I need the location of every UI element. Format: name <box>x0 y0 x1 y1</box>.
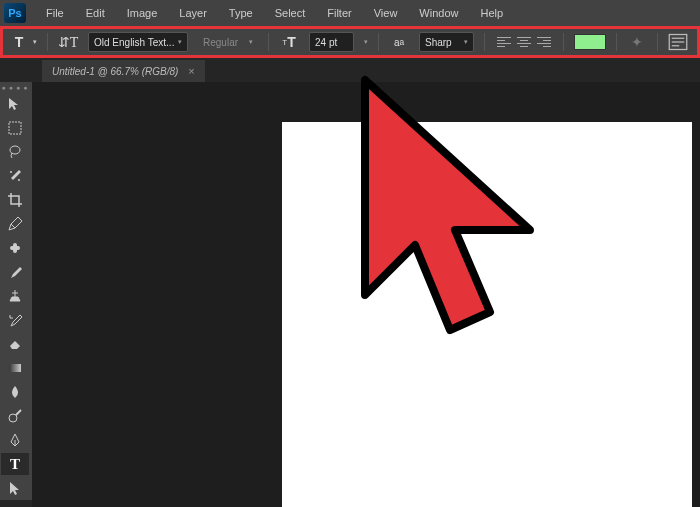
close-tab-icon[interactable]: × <box>188 65 194 77</box>
anti-alias-value: Sharp <box>425 37 452 48</box>
brush-tool[interactable] <box>1 261 29 283</box>
menu-edit[interactable]: Edit <box>76 3 115 23</box>
path-selection-tool[interactable] <box>1 477 29 499</box>
clone-stamp-tool[interactable] <box>1 285 29 307</box>
move-tool[interactable] <box>1 93 29 115</box>
separator <box>563 33 564 51</box>
marquee-tool[interactable] <box>1 117 29 139</box>
menu-file[interactable]: File <box>36 3 74 23</box>
svg-rect-4 <box>9 122 21 134</box>
separator <box>616 33 617 51</box>
type-tool[interactable]: T <box>1 453 29 475</box>
gradient-tool[interactable] <box>1 357 29 379</box>
align-left-button[interactable] <box>495 33 513 51</box>
align-center-button[interactable] <box>515 33 533 51</box>
blur-tool[interactable] <box>1 381 29 403</box>
eyedropper-tool[interactable] <box>1 213 29 235</box>
font-family-value: Old English Text... <box>94 37 174 48</box>
chevron-down-icon: ▾ <box>249 38 253 46</box>
menu-image[interactable]: Image <box>117 3 168 23</box>
font-style-value: Regular <box>203 37 238 48</box>
history-brush-tool[interactable] <box>1 309 29 331</box>
text-color-swatch[interactable] <box>574 34 606 50</box>
menu-window[interactable]: Window <box>409 3 468 23</box>
align-right-button[interactable] <box>535 33 553 51</box>
svg-rect-9 <box>13 243 17 253</box>
font-style-dropdown[interactable]: Regular ▾ <box>198 32 258 52</box>
svg-point-6 <box>10 171 12 173</box>
menu-view[interactable]: View <box>364 3 408 23</box>
svg-point-7 <box>18 179 20 181</box>
chevron-down-icon: ▾ <box>464 38 468 46</box>
magic-wand-tool[interactable] <box>1 165 29 187</box>
separator <box>484 33 485 51</box>
font-family-dropdown[interactable]: Old English Text... ▾ <box>88 32 188 52</box>
menu-layer[interactable]: Layer <box>169 3 217 23</box>
warp-text-icon[interactable]: ✦ <box>627 32 647 52</box>
menu-type[interactable]: Type <box>219 3 263 23</box>
chevron-down-icon: ▾ <box>178 38 182 46</box>
document-canvas[interactable] <box>282 122 692 507</box>
toolbox: ●●●● T <box>0 82 32 500</box>
eraser-tool[interactable] <box>1 333 29 355</box>
menu-select[interactable]: Select <box>265 3 316 23</box>
type-tool-preset-icon[interactable]: T <box>9 32 29 52</box>
separator <box>268 33 269 51</box>
font-size-value: 24 pt <box>315 37 337 48</box>
separator <box>378 33 379 51</box>
menu-help[interactable]: Help <box>470 3 513 23</box>
lasso-tool[interactable] <box>1 141 29 163</box>
healing-brush-tool[interactable] <box>1 237 29 259</box>
separator <box>657 33 658 51</box>
document-tab-bar: Untitled-1 @ 66.7% (RGB/8) × <box>0 58 700 82</box>
menu-filter[interactable]: Filter <box>317 3 361 23</box>
font-size-icon: TT <box>279 32 299 52</box>
anti-alias-icon: aa <box>389 32 409 52</box>
pen-tool[interactable] <box>1 429 29 451</box>
document-tab-title: Untitled-1 @ 66.7% (RGB/8) <box>52 66 178 77</box>
anti-alias-dropdown[interactable]: Sharp ▾ <box>419 32 474 52</box>
crop-tool[interactable] <box>1 189 29 211</box>
dodge-tool[interactable] <box>1 405 29 427</box>
options-bar: T ▾ ⇵T Old English Text... ▾ Regular ▾ T… <box>0 26 700 58</box>
canvas-area[interactable] <box>32 82 700 507</box>
chevron-down-icon[interactable]: ▾ <box>364 38 368 46</box>
svg-point-11 <box>9 414 17 422</box>
tool-preset-dropdown-icon[interactable]: ▾ <box>33 38 37 46</box>
document-tab[interactable]: Untitled-1 @ 66.7% (RGB/8) × <box>42 60 205 82</box>
text-align-group <box>495 33 553 51</box>
separator <box>47 33 48 51</box>
app-logo[interactable]: Ps <box>4 3 26 23</box>
font-size-dropdown[interactable]: 24 pt <box>309 32 354 52</box>
svg-rect-10 <box>9 364 21 372</box>
menu-bar: Ps File Edit Image Layer Type Select Fil… <box>0 0 700 26</box>
text-orientation-icon[interactable]: ⇵T <box>58 32 78 52</box>
svg-point-5 <box>10 146 20 154</box>
toolbox-grip-icon[interactable]: ●●●● <box>0 82 32 92</box>
paragraph-panel-icon[interactable] <box>668 32 688 52</box>
